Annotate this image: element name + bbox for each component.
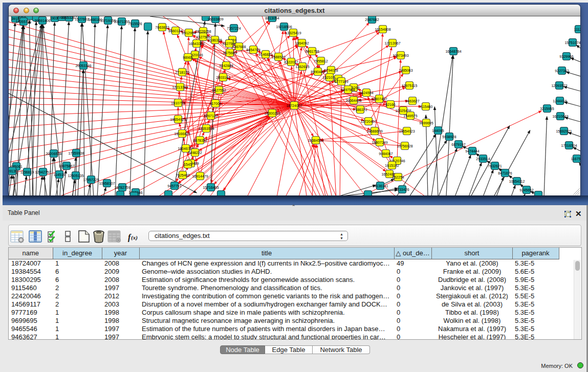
svg-text:20691406: 20691406 <box>34 19 50 23</box>
svg-text:20364436: 20364436 <box>345 99 361 102</box>
svg-text:15720407: 15720407 <box>360 120 376 123</box>
svg-text:12975115: 12975115 <box>402 84 418 87</box>
svg-text:1733426: 1733426 <box>395 188 409 191</box>
svg-text:8427552: 8427552 <box>212 89 226 92</box>
svg-text:8990448: 8990448 <box>311 70 324 74</box>
svg-text:19654925: 19654925 <box>170 118 186 121</box>
svg-text:15751074: 15751074 <box>564 41 580 45</box>
svg-text:12093572: 12093572 <box>551 84 567 87</box>
svg-text:12213967: 12213967 <box>384 41 400 45</box>
svg-text:9146821: 9146821 <box>258 53 272 56</box>
svg-text:17957225: 17957225 <box>83 178 99 182</box>
svg-text:15716485: 15716485 <box>203 186 219 189</box>
svg-text:19654923: 19654923 <box>399 129 415 133</box>
svg-text:8813054: 8813054 <box>265 16 279 20</box>
svg-text:8660124: 8660124 <box>168 29 182 33</box>
svg-text:2367608: 2367608 <box>232 45 246 49</box>
svg-text:16033809: 16033809 <box>207 17 223 21</box>
svg-text:116753: 116753 <box>571 157 580 161</box>
svg-text:1864092: 1864092 <box>295 41 309 45</box>
svg-text:1810755: 1810755 <box>171 101 185 105</box>
svg-text:9699695: 9699695 <box>419 121 433 125</box>
svg-text:3675685: 3675685 <box>223 51 236 55</box>
svg-text:39139: 39139 <box>9 169 17 173</box>
svg-text:16154808: 16154808 <box>375 28 390 31</box>
svg-text:17359938: 17359938 <box>68 151 84 155</box>
svg-text:2087682: 2087682 <box>365 18 379 21</box>
svg-text:1588520: 1588520 <box>271 55 285 59</box>
svg-text:23226058: 23226058 <box>195 30 211 33</box>
svg-text:10756928: 10756928 <box>397 144 412 148</box>
svg-text:12353594: 12353594 <box>198 127 214 130</box>
svg-text:6497568: 6497568 <box>341 88 355 92</box>
svg-text:16543382: 16543382 <box>188 42 204 46</box>
svg-text:10975867: 10975867 <box>58 164 74 168</box>
svg-text:1615192: 1615192 <box>385 164 399 167</box>
svg-text:16782759: 16782759 <box>114 186 130 189</box>
svg-text:9084067: 9084067 <box>379 152 393 156</box>
svg-text:8186328: 8186328 <box>208 38 222 42</box>
svg-text:19384554: 19384554 <box>308 139 323 142</box>
svg-text:1549575: 1549575 <box>403 114 417 118</box>
svg-text:7625402: 7625402 <box>176 173 189 177</box>
svg-text:9457791: 9457791 <box>167 184 181 188</box>
svg-text:6794028: 6794028 <box>324 69 338 72</box>
svg-text:14055721: 14055721 <box>15 20 31 24</box>
svg-text:8471676: 8471676 <box>498 171 512 175</box>
svg-text:(x): (x) <box>131 234 138 241</box>
svg-text:8912954: 8912954 <box>182 31 195 35</box>
svg-text:13325419: 13325419 <box>285 31 301 35</box>
svg-text:20206538: 20206538 <box>46 152 61 156</box>
svg-text:17016504: 17016504 <box>561 144 577 147</box>
svg-text:9474444: 9474444 <box>465 149 479 153</box>
svg-text:62160: 62160 <box>385 103 396 106</box>
svg-text:9329966: 9329966 <box>559 55 573 58</box>
svg-text:8454749: 8454749 <box>246 48 260 52</box>
svg-text:7663822: 7663822 <box>155 26 169 29</box>
svg-text:8267130: 8267130 <box>204 114 217 118</box>
svg-text:1156819: 1156819 <box>20 170 34 174</box>
svg-text:15692971: 15692971 <box>556 129 572 133</box>
svg-text:16914479: 16914479 <box>192 174 208 178</box>
svg-text:16648784: 16648784 <box>445 50 461 53</box>
svg-text:10671355: 10671355 <box>114 20 129 24</box>
svg-text:11123: 11123 <box>574 28 580 31</box>
svg-text:19218506: 19218506 <box>276 25 292 29</box>
svg-text:5498222: 5498222 <box>188 151 202 155</box>
svg-text:5938928: 5938928 <box>442 135 456 139</box>
svg-text:18807249: 18807249 <box>372 141 387 144</box>
svg-text:10958107: 10958107 <box>99 182 115 185</box>
svg-text:10688609: 10688609 <box>366 129 382 133</box>
svg-text:9115460: 9115460 <box>419 105 433 108</box>
svg-text:2803144: 2803144 <box>216 76 230 79</box>
svg-text:98965: 98965 <box>183 56 193 59</box>
svg-text:9242848: 9242848 <box>219 64 233 68</box>
svg-text:1362615: 1362615 <box>295 65 309 69</box>
svg-text:1244419: 1244419 <box>553 99 567 103</box>
svg-text:9245652: 9245652 <box>519 188 533 192</box>
svg-text:7485063: 7485063 <box>399 69 412 72</box>
svg-text:6879197: 6879197 <box>451 143 465 146</box>
svg-text:7386372: 7386372 <box>353 108 367 112</box>
svg-text:10807487: 10807487 <box>371 97 387 101</box>
svg-text:16210643: 16210643 <box>552 115 568 118</box>
svg-text:18724007: 18724007 <box>286 104 302 107</box>
svg-text:9777169: 9777169 <box>334 80 348 83</box>
svg-text:14136141: 14136141 <box>372 184 388 188</box>
svg-text:7357224: 7357224 <box>227 27 241 30</box>
svg-text:2718176: 2718176 <box>175 71 189 74</box>
svg-text:3215955: 3215955 <box>540 107 554 111</box>
svg-text:12213389: 12213389 <box>172 85 188 89</box>
svg-text:10654112: 10654112 <box>509 180 525 183</box>
svg-text:8322037: 8322037 <box>284 60 298 64</box>
svg-text:7515526: 7515526 <box>128 22 142 26</box>
svg-text:417004: 417004 <box>209 102 221 105</box>
svg-text:18300293: 18300293 <box>264 112 280 115</box>
svg-text:6961758: 6961758 <box>305 50 319 53</box>
svg-text:1527602: 1527602 <box>75 17 89 21</box>
svg-text:3624554: 3624554 <box>359 91 373 95</box>
svg-text:19166829: 19166829 <box>174 132 190 136</box>
svg-text:114519: 114519 <box>54 173 66 177</box>
svg-text:7632621: 7632621 <box>488 164 502 168</box>
svg-text:20053346: 20053346 <box>75 64 91 68</box>
